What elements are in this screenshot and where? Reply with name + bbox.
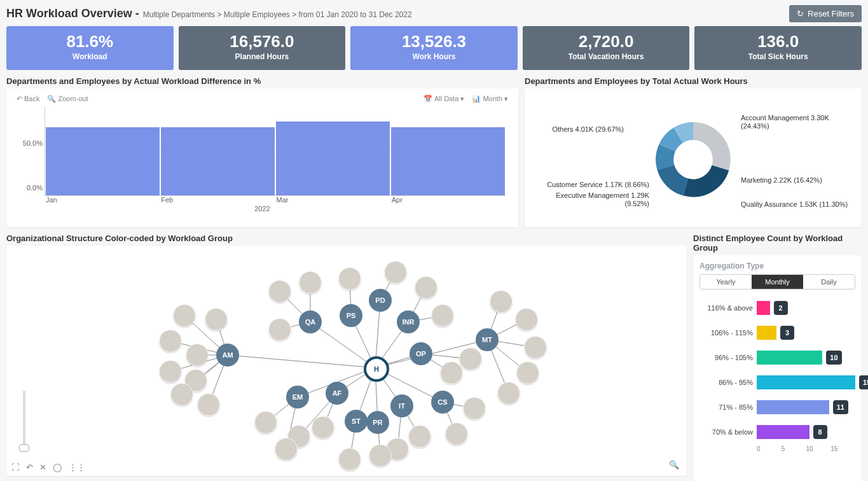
wk-label-1: 106% - 115%: [699, 329, 753, 337]
donut-label-mkt: Marketing 2.22K (16.42%): [741, 176, 822, 185]
back-button[interactable]: ↶ Back: [17, 95, 39, 103]
avatar-qa-0[interactable]: [268, 280, 291, 303]
avatar-qa-2[interactable]: [268, 318, 291, 341]
seg-yearly[interactable]: Yearly: [700, 275, 752, 289]
avatar-it-0[interactable]: [408, 425, 431, 448]
seg-daily[interactable]: Daily: [803, 275, 855, 289]
svg-line-6: [310, 322, 375, 368]
kpi-card-3[interactable]: 2,720.0Total Vacation Hours: [523, 26, 690, 70]
reset-label: Reset Filters: [808, 9, 854, 18]
avatar-cs-0[interactable]: [463, 397, 486, 420]
y-tick-0: 0.0%: [27, 184, 43, 192]
avatar-mt-2[interactable]: [524, 336, 547, 359]
bar-chart[interactable]: 0.0% 50.0%: [45, 107, 506, 196]
avatar-am-2[interactable]: [159, 330, 182, 352]
kpi-card-0[interactable]: 81.6%Workload: [6, 26, 174, 70]
seg-monthly[interactable]: Monthly: [752, 275, 803, 289]
org-node-am[interactable]: AM: [216, 344, 239, 366]
wk-value-2: 10: [826, 351, 841, 365]
all-data-dropdown[interactable]: 📅 All Data ▾: [424, 95, 465, 103]
avatar-pr-0[interactable]: [369, 444, 392, 467]
org-node-em[interactable]: EM: [286, 386, 309, 408]
org-node-op[interactable]: OP: [410, 342, 432, 365]
avatar-mt-4[interactable]: [497, 382, 520, 405]
wk-value-5: 8: [813, 425, 827, 439]
avatar-am-4[interactable]: [159, 360, 182, 383]
kpi-label: Work Hours: [350, 52, 518, 61]
wk-bar-4[interactable]: [757, 400, 829, 414]
avatar-mt-0[interactable]: [490, 290, 513, 313]
wk-bar-0[interactable]: [757, 301, 770, 315]
avatar-st-0[interactable]: [338, 448, 361, 471]
avatar-pd-0[interactable]: [384, 261, 407, 284]
avatar-mt-1[interactable]: [515, 308, 538, 331]
bar-Mar[interactable]: [276, 122, 389, 195]
reset-filters-button[interactable]: ↻ Reset Filters: [789, 5, 862, 22]
wk-value-1: 3: [780, 326, 794, 340]
avatar-af-0[interactable]: [312, 416, 334, 439]
avatar-em-1[interactable]: [275, 438, 298, 461]
wk-label-0: 116% & above: [699, 304, 753, 312]
org-node-pr[interactable]: PR: [366, 411, 389, 434]
kpi-card-2[interactable]: 13,526.3Work Hours: [350, 26, 518, 70]
year-label: 2022: [14, 205, 511, 213]
org-node-cs[interactable]: CS: [431, 391, 454, 414]
avatar-mt-3[interactable]: [516, 361, 539, 384]
wk-label-4: 71% - 85%: [699, 403, 753, 411]
workload-panel-title: Distinct Employee Count by Workload Grou…: [693, 234, 862, 253]
wk-bar-2[interactable]: [757, 351, 822, 365]
donut-panel-title: Departments and Employees by Total Actua…: [525, 76, 862, 86]
org-node-af[interactable]: AF: [326, 382, 348, 405]
org-node-mt[interactable]: MT: [476, 328, 499, 351]
wk-bar-1[interactable]: [757, 326, 776, 340]
avatar-qa-1[interactable]: [299, 271, 322, 294]
kpi-label: Total Vacation Hours: [523, 52, 690, 61]
org-node-ps[interactable]: PS: [340, 304, 362, 327]
granularity-dropdown[interactable]: 📊 Month ▾: [472, 95, 508, 103]
org-node-center[interactable]: H: [364, 356, 389, 382]
avatar-em-0[interactable]: [254, 411, 277, 434]
wk-bar-3[interactable]: [757, 375, 855, 389]
org-structure-panel[interactable]: ⛶ ↶ ✕ ◯ ⋮⋮ 🔍 HQAPSPDINROPMTCSITPRSTAFEMA…: [6, 246, 687, 476]
avatar-inr-0[interactable]: [415, 276, 437, 299]
x-label-Feb: Feb: [160, 196, 275, 204]
org-node-it[interactable]: IT: [390, 394, 413, 417]
breadcrumb[interactable]: Multiple Departments > Multiple Employee…: [143, 10, 412, 19]
avatar-am-3[interactable]: [186, 344, 209, 366]
wk-value-4: 11: [833, 400, 848, 414]
wk-bar-5[interactable]: [757, 425, 809, 439]
workload-bars[interactable]: 116% & above2106% - 115%396% - 105%1086%…: [699, 301, 855, 439]
bar-panel-title: Departments and Employees by Actual Work…: [6, 76, 518, 86]
avatar-ps-0[interactable]: [338, 267, 361, 290]
donut-label-am: Account Management 3.30K(24.43%): [741, 114, 829, 132]
kpi-value: 81.6%: [6, 32, 174, 51]
kpi-card-4[interactable]: 136.0Total Sick Hours: [694, 26, 862, 70]
avatar-am-1[interactable]: [205, 308, 228, 331]
avatar-op-0[interactable]: [440, 361, 463, 384]
org-node-qa[interactable]: QA: [299, 310, 322, 333]
kpi-value: 13,526.3: [350, 32, 518, 51]
page-title: HR Workload Overview -: [6, 7, 139, 20]
bar-Feb[interactable]: [161, 127, 274, 195]
bar-Jan[interactable]: [46, 127, 159, 195]
avatar-am-6[interactable]: [170, 383, 193, 406]
kpi-label: Total Sick Hours: [694, 52, 862, 61]
avatar-inr-1[interactable]: [431, 304, 454, 327]
bar-Apr[interactable]: [391, 127, 504, 195]
donut-label-em: Executive Management 1.29K(9.52%): [535, 192, 649, 209]
org-node-st[interactable]: ST: [345, 410, 368, 433]
avatar-op-1[interactable]: [459, 347, 482, 370]
org-panel-title: Organizational Structure Color-coded by …: [6, 234, 687, 243]
kpi-card-1[interactable]: 16,576.0Planned Hours: [179, 26, 346, 70]
avatar-cs-1[interactable]: [445, 422, 468, 445]
aggregation-segmented: Yearly Monthly Daily: [699, 274, 855, 289]
refresh-icon: ↻: [797, 9, 804, 18]
org-node-pd[interactable]: PD: [369, 289, 392, 312]
donut-chart[interactable]: [649, 115, 738, 204]
zoom-out-button[interactable]: 🔍 Zoom-out: [47, 95, 88, 103]
avatar-am-7[interactable]: [197, 393, 220, 416]
org-node-inr[interactable]: INR: [397, 310, 420, 333]
kpi-value: 2,720.0: [523, 32, 690, 51]
workload-diff-bar-panel: ↶ Back 🔍 Zoom-out 📅 All Data ▾ 📊 Month ▾…: [6, 88, 518, 227]
avatar-am-0[interactable]: [173, 304, 196, 327]
